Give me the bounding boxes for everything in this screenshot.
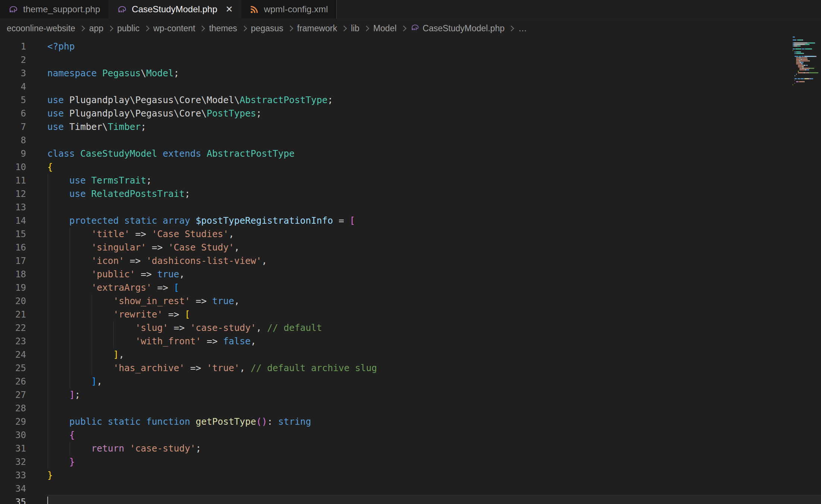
code-line[interactable]: 26 ], [0,375,821,388]
code-line[interactable]: 23 'with_front' => false, [0,335,821,348]
code-token: 'icon' [91,255,124,266]
code-line[interactable]: 30 { [0,428,821,442]
minimap-line [810,68,814,69]
code-line[interactable]: 17 'icon' => 'dashicons-list-view', [0,254,821,268]
breadcrumb-item-framework[interactable]: framework [297,23,337,34]
code-line[interactable]: 32 } [0,455,821,469]
breadcrumb-label: public [117,23,140,34]
minimap-line [801,78,804,79]
code-token: ; [185,188,190,199]
indent-guide [48,442,48,455]
code-token: 'slug' [135,322,168,333]
close-icon[interactable]: ✕ [225,5,233,14]
code-token: 'show_in_rest' [113,296,190,306]
minimap-line [798,45,800,47]
code-line[interactable]: 22 'slug' => 'case-study', // default [0,321,821,335]
line-content: 'singular' => 'Case Study', [47,241,821,254]
php-elephant-icon [8,4,19,15]
code-line[interactable]: 9class CaseStudyModel extends AbstractPo… [0,147,821,160]
code-token: , [256,322,267,333]
breadcrumb-item-app[interactable]: app [89,23,103,34]
code-line[interactable]: 8 [0,134,821,147]
code-line[interactable]: 35 [0,495,821,504]
indent-guide [70,268,70,281]
minimap-line [793,39,796,41]
breadcrumb-item-public[interactable]: public [117,23,140,34]
code-line[interactable]: 25 'has_archive' => 'true', // default a… [0,361,821,375]
tab-theme-support-php[interactable]: theme_support.php [0,0,109,19]
code-line[interactable]: 31 return 'case-study'; [0,442,821,455]
line-content: use TermsTrait; [47,174,821,187]
breadcrumb-item-themes[interactable]: themes [209,23,237,34]
code-line[interactable]: 10{ [0,160,821,174]
code-token [47,188,69,199]
line-content: return 'case-study'; [47,442,821,455]
breadcrumb-separator-icon [79,25,85,31]
breadcrumb-item--[interactable]: … [518,23,527,34]
breadcrumb-item-model[interactable]: Model [373,23,397,34]
code-token: => [201,336,223,347]
php-elephant-icon [410,23,420,34]
code-line[interactable]: 4 [0,80,821,93]
line-content: 'rewrite' => [ [47,308,821,321]
code-line[interactable]: 11 use TermsTrait; [0,174,821,187]
minimap-line [796,63,801,64]
code-line[interactable]: 34 [0,482,821,495]
code-line[interactable]: 24 ], [0,348,821,361]
code-line[interactable]: 27 ]; [0,388,821,402]
line-content: 'icon' => 'dashicons-list-view', [47,254,821,268]
breadcrumb-item-casestudymodel-php[interactable]: CaseStudyModel.php [410,23,505,34]
code-token: protected [69,215,119,226]
indent-guide [48,227,48,241]
tab-label: CaseStudyModel.php [132,4,217,15]
code-line[interactable]: 13 [0,201,821,214]
breadcrumb-item-pegasus[interactable]: pegasus [251,23,283,34]
code-line[interactable]: 15 'title' => 'Case Studies', [0,227,821,241]
line-number: 4 [0,80,26,93]
code-editor[interactable]: 1<?php23namespace Pegasus\Model;45use Pl… [0,38,821,504]
minimap-line [808,42,814,44]
code-line[interactable]: 3namespace Pegasus\Model; [0,67,821,80]
code-token [47,430,69,440]
breadcrumb-item-wp-content[interactable]: wp-content [153,23,196,34]
code-token: CaseStudyModel [80,148,158,159]
code-token [47,389,69,400]
code-line[interactable]: 2 [0,53,821,67]
line-number: 13 [0,201,26,214]
line-number: 15 [0,227,26,241]
code-line[interactable]: 6use Plugandplay\Pegasus\Core\PostTypes; [0,107,821,120]
code-line[interactable]: 14 protected static array $postTypeRegis… [0,214,821,227]
indent-guide [70,348,70,361]
breadcrumb-separator-icon [199,25,205,31]
code-line[interactable]: 1<?php [0,40,821,53]
breadcrumb-item-lib[interactable]: lib [351,23,359,34]
code-line[interactable]: 29 public static function getPostType():… [0,415,821,428]
minimap-line [800,45,801,47]
minimap-line [796,53,803,54]
code-token: => [135,269,157,280]
minimap-line [802,63,803,64]
code-line[interactable]: 5use Plugandplay\Pegasus\Core\Model\Abst… [0,93,821,107]
minimap[interactable] [793,36,821,92]
code-token [75,148,80,159]
code-token: ; [146,175,152,186]
breadcrumb-item-ecoonline-website[interactable]: ecoonline-website [7,23,75,34]
breadcrumb: ecoonline-websiteapppublicwp-contentthem… [0,19,821,38]
code-line[interactable]: 12 use RelatedPostsTrait; [0,187,821,201]
tab-casestudymodel-php[interactable]: CaseStudyModel.php✕ [109,0,242,19]
code-line[interactable]: 7use Timber\Timber; [0,120,821,134]
minimap-line [801,57,807,58]
code-line[interactable]: 16 'singular' => 'Case Study', [0,241,821,254]
code-line[interactable]: 20 'show_in_rest' => true, [0,294,821,308]
tab-wpml-config-xml[interactable]: wpml-config.xml [241,0,336,19]
line-number: 3 [0,67,26,80]
line-content: use Timber\Timber; [47,120,821,134]
code-line[interactable]: 28 [0,402,821,415]
code-token: => [168,322,190,333]
code-token: ; [141,121,146,132]
code-line[interactable]: 19 'extraArgs' => [ [0,281,821,294]
minimap-line [799,68,802,69]
code-line[interactable]: 33} [0,469,821,482]
code-line[interactable]: 18 'public' => true, [0,268,821,281]
code-line[interactable]: 21 'rewrite' => [ [0,308,821,321]
